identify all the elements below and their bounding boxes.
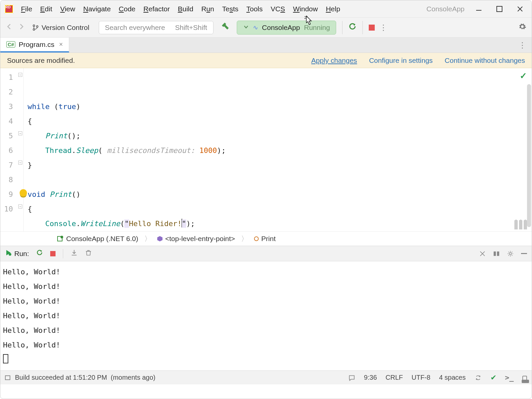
menu-tools[interactable]: Tools (242, 4, 267, 14)
export-button[interactable] (70, 249, 78, 258)
sync-icon[interactable] (474, 374, 482, 381)
code-area[interactable]: while (true) { Print(); Thread.Sleep( mi… (24, 68, 532, 231)
nav-forward-button[interactable] (18, 23, 25, 32)
inspection-ok-icon[interactable]: ✓ (520, 71, 527, 81)
menu-window[interactable]: Window (289, 4, 322, 14)
fold-toggle[interactable]: − (18, 131, 22, 135)
breadcrumb-separator: 〉 (241, 234, 248, 243)
current-line-highlight (24, 187, 527, 202)
readonly-lock-icon[interactable] (522, 376, 527, 380)
module-icon (157, 236, 163, 241)
search-shortcut: Shift+Shift (175, 24, 207, 32)
method-icon (254, 236, 259, 241)
layout-button[interactable] (493, 250, 500, 257)
fold-toggle[interactable]: − (18, 73, 22, 77)
menu-edit[interactable]: Edit (36, 4, 56, 14)
maximize-button[interactable] (496, 5, 503, 13)
intention-bulb-icon[interactable] (20, 189, 27, 197)
svg-rect-6 (494, 251, 496, 256)
notifications-icon[interactable] (348, 374, 355, 381)
menu-help[interactable]: Help (322, 4, 344, 14)
search-placeholder: Search everywhere (105, 24, 165, 32)
panel-settings-button[interactable] (507, 250, 514, 257)
hide-panel-button[interactable] (521, 253, 527, 254)
stop-button[interactable] (369, 25, 375, 31)
console-output[interactable]: Hello, World! Hello, World! Hello, World… (0, 261, 532, 370)
run-toolbar: Run: (0, 246, 532, 261)
clear-all-button[interactable] (85, 249, 92, 258)
build-button[interactable] (221, 22, 229, 33)
run-config-status: Running (304, 24, 330, 32)
tab-close-button[interactable]: × (58, 41, 65, 48)
tabs-more-button[interactable]: ⋮ (513, 44, 532, 47)
run-tool-window: Run: Hello, World! Hello, World! Hello, … (0, 246, 532, 370)
build-status-message[interactable]: Build succeeded at 1:51:20 PM (moments a… (15, 374, 155, 381)
line-number-gutter: 12345678910 (0, 68, 18, 231)
menu-view[interactable]: View (56, 4, 79, 14)
svg-point-2 (37, 26, 38, 27)
caret-position[interactable]: 9:36 (364, 374, 377, 381)
divider (342, 21, 342, 34)
breadcrumb-entry-point[interactable]: <top-level-entry-point> (157, 235, 235, 243)
csharp-file-icon: C# (6, 41, 15, 48)
project-name: ConsoleApp (419, 5, 472, 13)
fold-gutter: − − − − (18, 68, 24, 231)
tab-label: Program.cs (19, 41, 54, 49)
svg-point-4 (61, 236, 63, 238)
breadcrumb-method[interactable]: Print (254, 235, 276, 243)
branch-icon (32, 24, 39, 31)
menu-build[interactable]: Build (174, 4, 198, 14)
file-encoding[interactable]: UTF-8 (412, 374, 431, 381)
svg-point-1 (33, 29, 35, 30)
relaunch-button[interactable] (348, 23, 356, 32)
editor-scrollbar[interactable] (527, 84, 531, 227)
csharp-icon: ∿ (253, 24, 258, 31)
run-configuration-selector[interactable]: ∿ ConsoleApp Running (237, 21, 336, 35)
svg-point-5 (9, 253, 11, 256)
menu-refactor[interactable]: Refactor (139, 4, 174, 14)
divider (362, 21, 363, 34)
fold-toggle[interactable]: − (18, 204, 22, 208)
run-icon (5, 249, 12, 258)
nav-back-button[interactable] (6, 23, 13, 32)
indent-setting[interactable]: 4 spaces (439, 374, 466, 381)
menu-navigate[interactable]: Navigate (79, 4, 115, 14)
stop-process-button[interactable] (50, 251, 56, 256)
menu-code[interactable]: Code (115, 4, 139, 14)
tab-program-cs[interactable]: C# Program.cs × (0, 38, 69, 53)
code-editor[interactable]: 12345678910 − − − − while (true) { Print… (0, 68, 532, 231)
fold-toggle[interactable]: − (18, 161, 22, 165)
settings-button[interactable] (518, 23, 526, 32)
version-control-widget[interactable]: Version Control (30, 24, 92, 32)
continue-without-changes-link[interactable]: Continue without changes (445, 57, 525, 65)
run-tab[interactable]: Run: (5, 249, 29, 258)
line-separator[interactable]: CRLF (386, 374, 403, 381)
menu-tests[interactable]: Tests (218, 4, 242, 14)
close-panel-button[interactable] (479, 250, 486, 257)
search-everywhere[interactable]: Search everywhere Shift+Shift (99, 21, 213, 34)
menu-bar: File Edit View Navigate Code Refactor Bu… (0, 0, 532, 18)
status-bar: Build succeeded at 1:51:20 PM (moments a… (0, 370, 532, 384)
menu-vcs[interactable]: VCS (267, 4, 289, 14)
svg-rect-7 (497, 251, 499, 256)
editor-tabs: C# Program.cs × ⋮ (0, 38, 532, 53)
terminal-icon[interactable]: >_ (505, 373, 514, 382)
analysis-ok-icon[interactable]: ✔ (490, 373, 496, 382)
more-actions-button[interactable]: ⋮ (379, 26, 387, 29)
breadcrumb-project[interactable]: ConsoleApp (.NET 6.0) (57, 235, 138, 243)
rerun-button[interactable] (36, 249, 43, 258)
configure-in-settings-link[interactable]: Configure in settings (369, 57, 433, 65)
svg-point-8 (509, 252, 512, 255)
tool-windows-button[interactable] (5, 375, 10, 380)
main-toolbar: Version Control Search everywhere Shift+… (0, 18, 532, 38)
minimize-button[interactable] (475, 5, 482, 13)
svg-point-0 (33, 25, 35, 26)
menu-run[interactable]: Run (197, 4, 218, 14)
hot-reload-notification: Sources are modified. Apply changes Conf… (0, 53, 532, 68)
menu-file[interactable]: File (17, 4, 36, 14)
apply-changes-link[interactable]: Apply changes (311, 57, 357, 65)
notification-message: Sources are modified. (7, 57, 75, 65)
chevron-down-icon (243, 24, 249, 32)
close-button[interactable] (516, 5, 524, 13)
inspection-widget-icon[interactable] (514, 219, 527, 229)
